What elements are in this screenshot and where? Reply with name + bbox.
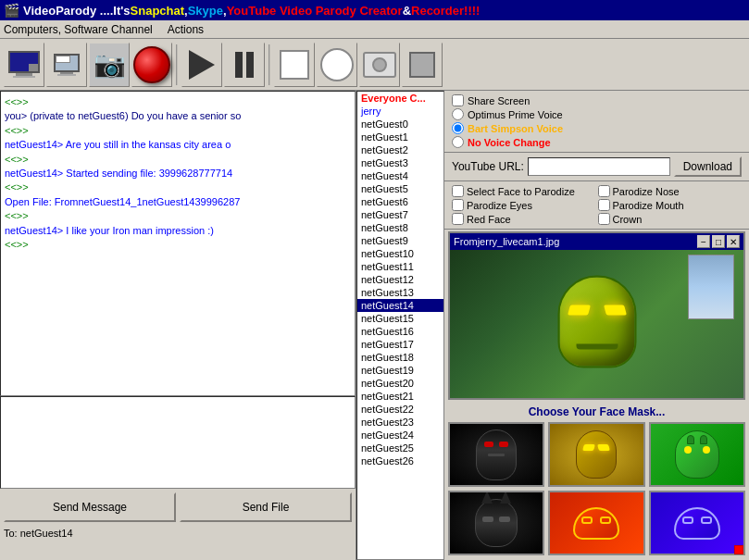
download-button[interactable]: Download <box>674 156 742 177</box>
user-netguest24[interactable]: netGuest24 <box>357 429 443 442</box>
user-netguest25[interactable]: netGuest25 <box>357 442 443 454</box>
red-face-label[interactable]: Red Face <box>467 214 511 225</box>
parodize-nose-label[interactable]: Parodize Nose <box>613 186 680 197</box>
user-netguest7[interactable]: netGuest7 <box>357 208 443 221</box>
msg-1: <<>> <box>5 95 351 109</box>
user-netguest26[interactable]: netGuest26 <box>357 454 443 467</box>
user-netguest6[interactable]: netGuest6 <box>357 195 443 208</box>
user-netguest11[interactable]: netGuest11 <box>357 260 443 273</box>
user-netguest23[interactable]: netGuest23 <box>357 416 443 429</box>
parodize-eyes-label[interactable]: Parodize Eyes <box>467 200 532 211</box>
users-list[interactable]: Everyone C... jerry netGuest0 netGuest1 … <box>356 91 444 560</box>
user-netguest20[interactable]: netGuest20 <box>357 377 443 390</box>
mask-tiger[interactable] <box>649 422 745 487</box>
mask-carnival-red[interactable] <box>548 491 644 555</box>
mask-batman[interactable] <box>448 491 544 555</box>
bart-radio[interactable] <box>452 122 464 134</box>
square-white-button[interactable] <box>274 43 315 87</box>
user-jerry[interactable]: jerry <box>357 105 443 118</box>
face-check-select: Select Face to Parodize <box>452 185 596 197</box>
mask-section-title: Choose Your Face Mask... <box>448 405 745 418</box>
mask-darth-vader[interactable] <box>448 422 544 487</box>
select-face-label[interactable]: Select Face to Parodize <box>467 186 575 197</box>
crown-label[interactable]: Crown <box>613 214 643 225</box>
title-bar: 🎬 VideoParody ....It's Snapchat, Skype, … <box>0 0 749 20</box>
title-suffix: & <box>403 4 411 18</box>
user-netguest15[interactable]: netGuest15 <box>357 312 443 325</box>
send-message-button[interactable]: Send Message <box>4 492 176 522</box>
user-netguest21[interactable]: netGuest21 <box>357 390 443 403</box>
video-minimize-button[interactable]: − <box>697 235 710 248</box>
user-netguest2[interactable]: netGuest2 <box>357 143 443 156</box>
record-stop-icon[interactable]: 📷 <box>89 43 130 87</box>
recorder-brand: Recorder!!!! <box>411 4 480 18</box>
toolbar-screen2-icon[interactable] <box>46 43 87 87</box>
user-netguest17[interactable]: netGuest17 <box>357 338 443 351</box>
video-content <box>450 250 743 398</box>
parodize-nose-checkbox[interactable] <box>598 185 610 197</box>
user-netguest1[interactable]: netGuest1 <box>357 131 443 143</box>
right-panel: Share Screen Optimus Prime Voice Bart Si… <box>444 91 749 560</box>
share-screen-label[interactable]: Share Screen <box>468 95 530 106</box>
toolbar-separator-2 <box>268 44 270 85</box>
round-white-button[interactable] <box>317 43 357 87</box>
msg-5: <<>> <box>5 153 351 167</box>
optimus-label[interactable]: Optimus Prime Voice <box>468 109 563 120</box>
msg-9: <<>> <box>5 209 351 223</box>
send-file-button[interactable]: Send File <box>180 492 352 522</box>
youtube-bar: YouTube URL: Download <box>444 153 749 181</box>
user-netguest4[interactable]: netGuest4 <box>357 169 443 182</box>
parodize-mouth-label[interactable]: Parodize Mouth <box>613 200 684 211</box>
user-netguest12[interactable]: netGuest12 <box>357 273 443 286</box>
crown-checkbox[interactable] <box>598 213 610 225</box>
user-netguest5[interactable]: netGuest5 <box>357 182 443 195</box>
user-netguest13[interactable]: netGuest13 <box>357 286 443 299</box>
parodize-eyes-checkbox[interactable] <box>452 199 464 211</box>
app-icon: 🎬 <box>4 3 19 18</box>
parodize-mouth-checkbox[interactable] <box>598 199 610 211</box>
video-window: Fromjerry_livecam1.jpg − □ ✕ <box>448 231 745 400</box>
user-netguest3[interactable]: netGuest3 <box>357 156 443 169</box>
video-close-button[interactable]: ✕ <box>727 235 740 248</box>
msg-6: netGuest14> Started sending file: 399962… <box>5 167 351 180</box>
novoice-label[interactable]: No Voice Change <box>468 137 551 148</box>
chat-buttons: Send Message Send File <box>0 489 356 526</box>
menu-computers[interactable]: Computers, Software Channel <box>4 23 153 36</box>
red-record-button[interactable] <box>131 43 172 87</box>
user-netguest8[interactable]: netGuest8 <box>357 221 443 234</box>
red-face-checkbox[interactable] <box>452 213 464 225</box>
user-netguest16[interactable]: netGuest16 <box>357 325 443 338</box>
pause-button[interactable] <box>224 43 265 87</box>
play-button[interactable] <box>181 43 222 87</box>
user-netguest0[interactable]: netGuest0 <box>357 118 443 131</box>
user-everyone[interactable]: Everyone C... <box>357 92 443 105</box>
bart-label[interactable]: Bart Simpson Voice <box>468 123 563 134</box>
youtube-url-input[interactable] <box>528 157 670 176</box>
msg-8: Open File: FromnetGuest14_1netGuest14399… <box>5 195 351 209</box>
optimus-radio[interactable] <box>452 108 464 120</box>
user-netguest19[interactable]: netGuest19 <box>357 364 443 377</box>
video-titlebar: Fromjerry_livecam1.jpg − □ ✕ <box>450 233 743 250</box>
mask-choices: Choose Your Face Mask... <box>444 402 749 559</box>
chat-area: <<>> you> (private to netGuest6) Do you … <box>0 91 356 560</box>
msg-10: netGuest14> I like your Iron man impress… <box>5 224 351 238</box>
snapchat-brand: Snapchat <box>131 4 185 18</box>
user-netguest10[interactable]: netGuest10 <box>357 247 443 260</box>
video-maximize-button[interactable]: □ <box>712 235 725 248</box>
user-netguest18[interactable]: netGuest18 <box>357 351 443 364</box>
small-box-icon[interactable] <box>402 43 443 87</box>
camera-icon[interactable] <box>359 43 400 87</box>
toolbar-computers-icon[interactable] <box>4 43 44 87</box>
mask-carnival-blue[interactable] <box>649 491 745 555</box>
user-netguest14[interactable]: netGuest14 <box>357 299 443 312</box>
chat-input-area[interactable] <box>0 396 356 489</box>
novoice-radio[interactable] <box>452 136 464 148</box>
chat-messages[interactable]: <<>> you> (private to netGuest6) Do you … <box>0 91 356 396</box>
face-check-eyes: Parodize Eyes <box>452 199 596 211</box>
share-screen-checkbox[interactable] <box>452 94 464 106</box>
menu-actions[interactable]: Actions <box>168 23 204 36</box>
select-face-checkbox[interactable] <box>452 185 464 197</box>
user-netguest9[interactable]: netGuest9 <box>357 234 443 247</box>
mask-iron-man[interactable] <box>548 422 644 487</box>
user-netguest22[interactable]: netGuest22 <box>357 403 443 416</box>
